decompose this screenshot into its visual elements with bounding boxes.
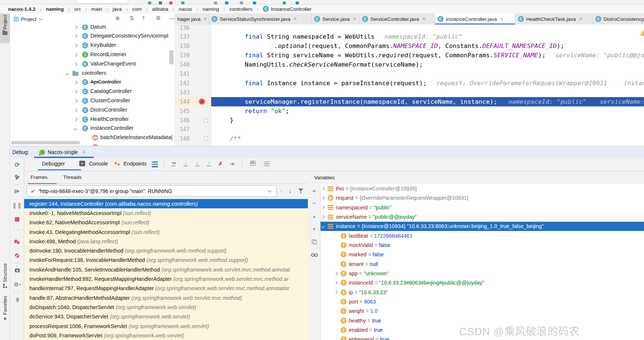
close-session-icon[interactable]: ✕ [82, 150, 86, 155]
gear-icon[interactable]: ⚙ [156, 15, 161, 22]
stack-frame-row[interactable]: doService:943, DispatcherServlet (org.sp… [24, 312, 308, 321]
toolbar-icon[interactable] [214, 1, 217, 4]
stack-frame-row[interactable]: invoke:43, DelegatingMethodAccessorImpl … [24, 227, 308, 237]
toolbar-icon[interactable] [148, 1, 151, 4]
variable-row-ip[interactable]: fip = "10.6.33.23" [321, 288, 644, 297]
tree-item-delegateconsistencyserviceimpl[interactable]: CDelegateConsistencyServiceImpl [10, 32, 175, 41]
close-tab-icon[interactable]: ✕ [579, 16, 583, 22]
variable-row-app[interactable]: fapp = "unknown" [321, 269, 644, 278]
variable-row-serviceName[interactable]: serviceName = "public@@joyday" [321, 212, 644, 221]
editor-tab-servicestatussynchronizer-java[interactable]: CServiceStatusSynchronizer.java✕ [209, 13, 312, 25]
locate-icon[interactable]: ⊕ [115, 15, 120, 22]
tree-item-clustercontroller[interactable]: CClusterController [10, 96, 175, 106]
project-dropdown-chevron[interactable] [39, 16, 43, 20]
rerun-icon[interactable]: ⟳ [12, 160, 22, 169]
chevron-right-icon[interactable] [334, 291, 338, 294]
endpoints-icon[interactable] [115, 161, 120, 166]
chevron-right-icon[interactable] [74, 108, 78, 112]
hide-panel-icon[interactable]: — [169, 15, 175, 21]
mute-breakpoints-icon[interactable] [12, 251, 22, 260]
close-tab-icon[interactable]: ✕ [500, 16, 503, 22]
step-out-icon[interactable]: ↑ [207, 161, 211, 166]
toolbar-icon[interactable] [253, 1, 256, 4]
chevron-right-icon[interactable] [74, 53, 78, 57]
force-step-into-icon[interactable]: ↓ [195, 161, 200, 166]
chevron-right-icon[interactable] [334, 272, 338, 275]
chevron-right-icon[interactable] [334, 281, 338, 285]
chevron-down-icon[interactable] [74, 127, 78, 131]
stack-frame-row[interactable]: doInvoke:190, InvocableHandlerMethod (or… [24, 246, 308, 256]
breadcrumb-item[interactable]: nacos [179, 6, 192, 12]
breadcrumb-item[interactable]: com [132, 6, 142, 12]
close-tab-icon[interactable]: ✕ [422, 16, 426, 22]
variable-row-instanceId[interactable]: finstanceId = "10.6.33.23#8063#beijing#p… [321, 278, 644, 288]
expand-all-icon[interactable]: ⇅ [129, 15, 134, 22]
chevron-right-icon[interactable] [74, 35, 78, 38]
tree-item-keybuilder[interactable]: CKeyBuilder [10, 41, 175, 50]
variable-row-lastBeat[interactable]: flastBeat = 1722666484461 [321, 231, 644, 240]
chevron-right-icon[interactable] [74, 25, 78, 29]
toolbar-icon[interactable] [159, 1, 162, 4]
scroll-up-icon[interactable]: ▲ [309, 212, 319, 221]
stack-frame-row[interactable]: doDispatch:1040, DispatcherServlet (org.… [24, 302, 308, 312]
chevron-down-icon[interactable] [65, 71, 69, 75]
breadcrumb-item[interactable]: main [91, 6, 102, 12]
sidebar-tab-favorites[interactable]: Favorites ★ [0, 296, 10, 321]
filter-icon[interactable] [298, 189, 303, 193]
stack-frame-row[interactable]: invoke0:-1, NativeMethodAccessorImpl (su… [24, 208, 308, 218]
chevron-right-icon[interactable] [321, 187, 325, 190]
breadcrumb-item[interactable]: alibaba [152, 6, 168, 12]
stack-frame-row[interactable]: handleInternal:797, RequestMappingHandle… [24, 284, 308, 293]
fold-marker-icon[interactable]: − [204, 137, 208, 141]
editor-tab-distroconsistencys[interactable]: CDistroConsistencyS✕ [593, 13, 644, 25]
tree-item-catalogcontroller[interactable]: CCatalogController [10, 87, 175, 96]
variable-row-tenant[interactable]: ftenant = null [321, 259, 644, 269]
scroll-down-icon[interactable]: ▼ [309, 225, 319, 233]
chevron-right-icon[interactable] [321, 196, 325, 200]
thread-selector[interactable]: ✔ "http-nio-8848-exec-3"@9,796 in group … [27, 185, 277, 197]
variable-row-marked[interactable]: fmarked = false [321, 250, 644, 259]
pin-icon[interactable] [12, 295, 22, 304]
run-to-cursor-icon[interactable]: ⇥ [230, 161, 234, 167]
tree-item-recordlistener[interactable]: IRecordListener [10, 50, 175, 60]
sidebar-tab-structure[interactable]: Structure [0, 263, 10, 288]
stack-frame-row[interactable]: invokeForRequest:138, InvocableHandlerMe… [24, 256, 308, 265]
variable-row-weight[interactable]: fweight = 1.0 [321, 307, 644, 316]
chevron-right-icon[interactable] [74, 90, 78, 94]
breadcrumb-item[interactable]: nacos-1.4.2 [8, 6, 36, 12]
stack-frame-row[interactable]: doPost:909, FrameworkServlet (org.spring… [24, 331, 308, 340]
toolbar-icon[interactable] [296, 1, 299, 4]
chevron-right-icon[interactable] [74, 118, 78, 121]
collapse-all-icon[interactable]: ⤒ [142, 15, 145, 22]
view-breakpoints-icon[interactable] [12, 237, 22, 246]
debug-settings-gear-icon[interactable]: ⚙▾ [12, 280, 22, 289]
thread-dump-icon[interactable] [12, 266, 22, 275]
chevron-down-icon[interactable] [321, 225, 325, 228]
close-tab-icon[interactable]: ✕ [203, 16, 207, 22]
show-execution-point-icon[interactable]: ↝ [171, 161, 176, 166]
layout-settings-icon[interactable] [264, 161, 270, 167]
tab-debugger[interactable]: Debugger [42, 161, 65, 167]
chevron-right-icon[interactable] [74, 81, 78, 84]
toolbar-icon[interactable] [169, 1, 173, 4]
run-config-combo[interactable] [76, 0, 128, 4]
toolbar-icon[interactable] [283, 1, 286, 4]
editor-tab-service-java[interactable]: CService.java✕ [312, 13, 360, 25]
chevron-right-icon[interactable] [74, 99, 78, 103]
toolbar-icon[interactable] [240, 1, 243, 4]
tab-console[interactable]: Console [86, 161, 108, 167]
chevron-right-icon[interactable] [321, 215, 325, 219]
chevron-right-icon[interactable] [74, 44, 78, 48]
stack-frame-row[interactable]: register:144, InstanceController (com.al… [24, 199, 308, 208]
variable-row-instance[interactable]: instance = {Instance@10934} "10.6.33.23:… [321, 222, 644, 231]
tree-item-instancecontroller[interactable]: CInstanceController [10, 124, 175, 133]
toolbar-icon[interactable] [181, 1, 184, 4]
duplicate-icon[interactable] [309, 237, 319, 246]
pause-icon[interactable]: ❚❚ [12, 201, 22, 210]
code-area[interactable]: final String namespaceId = WebUtilsnames… [211, 25, 644, 146]
resume-icon[interactable] [12, 187, 22, 196]
close-tab-icon[interactable]: ✕ [293, 16, 297, 22]
stack-frame-row[interactable]: invoke:498, Method (java.lang.reflect) [24, 237, 308, 246]
variable-row-mockValid[interactable]: fmockValid = false [321, 240, 644, 250]
variable-row-namespaceId[interactable]: namespaceId = "public" [321, 203, 644, 212]
